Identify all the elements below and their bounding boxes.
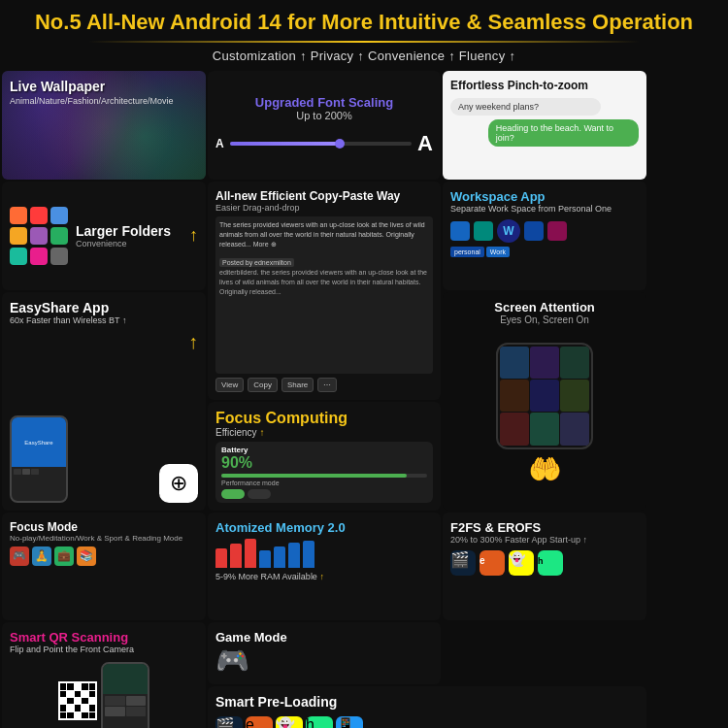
copy-paste-toolbar: View Copy Share ⋯ xyxy=(215,378,433,392)
f2fs-apps: 🎬 e 👻 h xyxy=(450,550,639,576)
copy-button[interactable]: Copy xyxy=(248,378,278,392)
mem-bar-5 xyxy=(274,546,285,568)
live-wallpaper-title: Live Wallpaper xyxy=(10,79,198,94)
folder-icon-6 xyxy=(50,227,68,245)
focus-battery-card: Battery 90% Performance mode xyxy=(215,442,433,503)
pinch-zoom-title: Effortless Pinch-to-zoom xyxy=(450,79,639,92)
ws-icon-1 xyxy=(450,221,470,241)
live-wallpaper-cell: Live Wallpaper Animal/Nature/Fashion/Arc… xyxy=(2,71,206,180)
font-scaling-cell: Upgraded Font Scaling Up to 200% A A xyxy=(208,71,441,180)
ws-work-tab: Work xyxy=(486,247,510,257)
folder-icon-7 xyxy=(10,248,27,265)
f2-app-disney: 🎬 xyxy=(450,550,476,576)
game-mode-cell: Game Mode 🎮 xyxy=(208,622,441,684)
workspace-screen-mini: personal Work xyxy=(450,247,639,257)
folder-icon-4 xyxy=(10,227,27,245)
perf-mode-label: Performance mode xyxy=(221,480,427,486)
focus-mode-title: Focus Mode xyxy=(10,520,198,534)
font-a-small: A xyxy=(215,137,224,150)
copy-paste-title: All-new Efficient Copy-Paste Way xyxy=(215,189,433,203)
view-button[interactable]: View xyxy=(215,378,244,392)
smart-qr-title: Smart QR Scanning xyxy=(10,630,198,645)
screen-attention-visual: 🤲 xyxy=(450,325,639,503)
workspace-subtitle: Separate Work Space from Personal One xyxy=(450,204,639,214)
f2fs-subtitle: 20% to 300% Faster App Start-up ↑ xyxy=(450,535,639,545)
copy-paste-preview: The series provided viewers with an up-c… xyxy=(215,216,433,374)
chat-bubble-2: Heading to the beach. Want to join? xyxy=(488,119,639,147)
header-divider xyxy=(88,41,640,43)
font-slider-dot xyxy=(335,139,345,149)
toggle-1[interactable] xyxy=(221,489,245,499)
folder-icon-1 xyxy=(10,207,27,224)
hands-icon: 🤲 xyxy=(496,453,593,485)
focus-icon-3: 💼 xyxy=(54,546,74,566)
toggle-row xyxy=(221,489,427,499)
focus-icon-1: 🎮 xyxy=(10,546,29,566)
memory-bars xyxy=(215,539,433,568)
sa-tile-2 xyxy=(530,347,559,379)
font-scaling-title: Upgraded Font Scaling xyxy=(215,95,433,110)
focus-icon-4: 📚 xyxy=(77,546,96,566)
focus-computing-subtitle: Efficiency ↑ xyxy=(215,427,433,438)
atomized-memory-title: Atomized Memory 2.0 xyxy=(215,520,433,535)
atomized-memory-cell: Atomized Memory 2.0 5-9% More RAM Availa… xyxy=(208,513,441,621)
page: No.5 All-New Android 14 for More Intuiti… xyxy=(0,0,728,728)
qr-phone-area xyxy=(10,658,198,728)
f2fs-title: F2FS & EROFS xyxy=(450,520,639,535)
copy-paste-subtitle: Easier Drag-and-drop xyxy=(215,203,433,213)
sa-tile-5 xyxy=(530,380,559,412)
workspace-cell: Workspace App Separate Work Space from P… xyxy=(443,182,646,290)
larger-folders-subtitle: Convenience xyxy=(76,239,171,248)
chat-bubble-1: Any weekend plans? xyxy=(450,98,601,116)
share-button[interactable]: Share xyxy=(281,378,314,392)
screen-attention-cell: Screen Attention Eyes On, Screen On xyxy=(443,292,646,511)
pinch-zoom-cell: Effortless Pinch-to-zoom Any weekend pla… xyxy=(443,71,646,180)
sa-tile-4 xyxy=(500,380,529,412)
easyshare-cell: EasyShare App 60x Faster than Wireless B… xyxy=(2,292,206,511)
ws-personal-tab: personal xyxy=(450,247,484,257)
mem-bar-2 xyxy=(230,544,242,568)
preloading-left: Smart Pre-Loading 🎬 e 👻 h 📱 xyxy=(215,694,639,728)
folder-text: Larger Folders Convenience xyxy=(76,223,171,248)
folder-icon-3 xyxy=(50,207,68,224)
battery-percentage: 90% xyxy=(221,454,427,472)
focus-mode-subtitle: No-play/Meditation/Work & Sport & Readin… xyxy=(10,534,198,543)
battery-bar xyxy=(221,474,427,478)
sa-tile-8 xyxy=(530,413,559,445)
easyshare-title: EasyShare App xyxy=(10,300,198,315)
spl-app-4: h xyxy=(306,716,333,728)
sa-tile-1 xyxy=(500,347,529,379)
f2fs-cell: F2FS & EROFS 20% to 300% Faster App Star… xyxy=(443,513,646,621)
ws-icon-2 xyxy=(474,221,493,241)
screen-attention-phone xyxy=(496,343,593,449)
folder-icon-2 xyxy=(30,207,48,224)
workspace-icons: W xyxy=(450,219,639,243)
sa-tile-7 xyxy=(500,413,529,445)
font-slider[interactable] xyxy=(230,142,412,146)
screen-attention-subtitle: Eyes On, Screen On xyxy=(450,314,639,325)
toggle-2[interactable] xyxy=(248,489,271,499)
workspace-title: Workspace App xyxy=(450,189,639,204)
f2-app-etsy: e xyxy=(480,550,505,576)
folders-arrow-icon: ↑ xyxy=(189,225,198,246)
game-mode-title: Game Mode xyxy=(215,630,433,645)
copy-paste-cell: All-new Efficient Copy-Paste Way Easier … xyxy=(208,182,441,400)
ws-logo: W xyxy=(497,219,520,243)
sa-tile-6 xyxy=(560,380,589,412)
focus-computing-title: Focus Computing xyxy=(215,410,433,427)
header-subtitle: Customization ↑ Privacy ↑ Convenience ↑ … xyxy=(19,49,709,63)
gamepad-icon: 🎮 xyxy=(215,645,433,677)
folder-icons-grid xyxy=(10,207,68,265)
larger-folders-cell: Larger Folders Convenience ↑ xyxy=(2,182,206,290)
mem-bar-6 xyxy=(288,543,300,568)
memory-arrow: ↑ xyxy=(319,572,324,581)
focus-computing-cell: Focus Computing Efficiency ↑ Battery 90%… xyxy=(208,402,441,511)
easyshare-subtitle: 60x Faster than Wireless BT ↑ xyxy=(10,315,198,325)
more-button[interactable]: ⋯ xyxy=(317,378,337,392)
spl-app-1: 🎬 xyxy=(215,716,243,728)
ws-icon-3 xyxy=(524,221,544,241)
font-slider-fill xyxy=(230,142,339,146)
live-wallpaper-subtitle: Animal/Nature/Fashion/Architecture/Movie xyxy=(10,96,198,106)
easyshare-arrow: ↑ xyxy=(188,331,198,353)
focus-icon-2: 🧘 xyxy=(32,546,51,566)
